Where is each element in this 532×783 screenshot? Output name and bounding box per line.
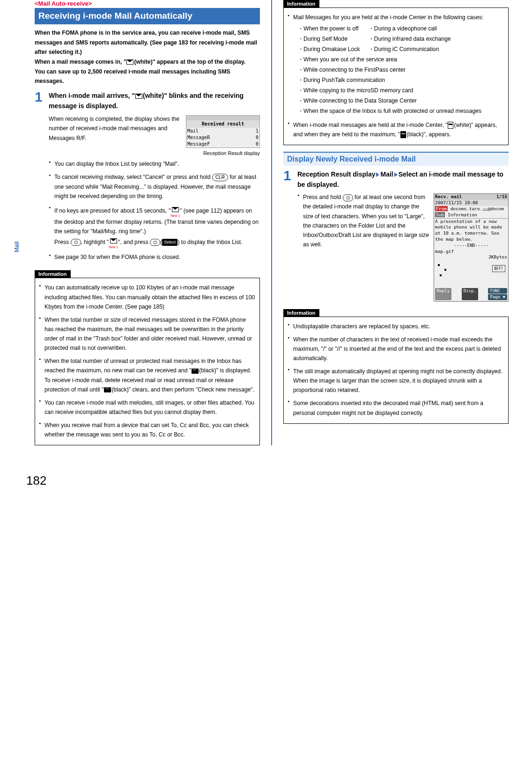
side-tab: Mail bbox=[14, 0, 23, 445]
nav-button-icon bbox=[71, 239, 81, 246]
select-chip: Select bbox=[162, 239, 177, 246]
left-column: <Mail Auto-receive> Receiving i-mode Mai… bbox=[35, 0, 260, 445]
information-label: Information bbox=[283, 0, 319, 7]
info-item: Some decorations inserted into the decor… bbox=[288, 399, 504, 417]
right-column: Information Mail Messages for you are he… bbox=[283, 0, 509, 445]
panel-caption: Reception Result display bbox=[49, 149, 260, 158]
side-tab-label: Mail bbox=[14, 241, 20, 252]
section-title: Receiving i-mode Mail Automatically bbox=[35, 8, 260, 24]
page-button: Page ▼ bbox=[488, 294, 507, 300]
info-item: When the total number or size of receive… bbox=[39, 315, 256, 353]
info-item: When the number of characters in the tex… bbox=[288, 335, 504, 363]
center-icon-white bbox=[448, 122, 453, 129]
panel-header: Received result bbox=[186, 120, 259, 128]
step-1: 1 When i-mode mail arrives, "(white)" bl… bbox=[35, 90, 260, 111]
step-body: Recv. mail1/15 2007/11/15 10:00 From doc… bbox=[297, 192, 509, 304]
info-item: When i-mode mail messages are held at th… bbox=[288, 120, 504, 139]
center-icon-black bbox=[400, 131, 406, 138]
arrow-icon bbox=[394, 172, 398, 177]
info-item: You can automatically receive up to 100 … bbox=[39, 283, 256, 311]
bullet: If no keys are pressed for about 15 seco… bbox=[49, 205, 260, 249]
info-item: You can receive i-mode mail with melodie… bbox=[39, 398, 256, 417]
information-box: Undisplayable characters are replaced by… bbox=[283, 317, 509, 424]
step-1-right: 1 Reception Result displayMailSelect an … bbox=[283, 169, 509, 190]
nav-button-icon bbox=[150, 239, 160, 246]
mail-new-icon: New 1 bbox=[170, 205, 180, 217]
nav-button-icon bbox=[343, 194, 353, 201]
mail-new-icon: New 1 bbox=[109, 236, 118, 249]
mail-icon bbox=[135, 94, 142, 99]
mail-icon-black bbox=[104, 387, 111, 392]
info-item: When the total number of unread or prote… bbox=[39, 356, 256, 394]
information-label: Information bbox=[283, 309, 319, 317]
information-box: You can automatically receive up to 100 … bbox=[35, 278, 260, 445]
intro: When the FOMA phone is in the service ar… bbox=[35, 28, 260, 86]
bullet: Press and hold for at least one second f… bbox=[297, 192, 509, 249]
bullet: See page 30 for when the FOMA phone is c… bbox=[49, 252, 260, 262]
step-body-1: When receiving is completed, the display… bbox=[49, 116, 179, 141]
step-body: Received result Mail1 MessageR0 MessageF… bbox=[49, 114, 260, 262]
bullet: You can display the Inbox List by select… bbox=[49, 159, 260, 169]
page-number: 182 bbox=[26, 473, 532, 488]
func-button: FUNC bbox=[488, 288, 507, 294]
reception-result-panel: Received result Mail1 MessageR0 MessageF… bbox=[186, 115, 260, 148]
info-item: When you receive mail from a device that… bbox=[39, 421, 256, 439]
reply-button: Reply bbox=[435, 288, 451, 300]
mail-icon bbox=[126, 59, 133, 65]
information-label: Information bbox=[35, 270, 71, 278]
bullet: To cancel receiving midway, select "Canc… bbox=[49, 172, 260, 200]
disp-button: Disp. bbox=[462, 288, 478, 300]
info-item: Undisplayable characters are replaced by… bbox=[288, 322, 504, 331]
subsection-title: Display Newly Received i-mode Mail bbox=[283, 152, 509, 166]
column-divider bbox=[271, 0, 272, 445]
info-item: The still image automatically displayed … bbox=[288, 367, 504, 395]
step-number: 1 bbox=[283, 169, 294, 190]
step-title: When i-mode mail arrives, "(white)" blin… bbox=[49, 91, 260, 111]
clr-key: CLR bbox=[212, 174, 228, 181]
section-tag: <Mail Auto-receive> bbox=[35, 0, 260, 7]
arrow-icon bbox=[376, 172, 379, 177]
information-box: Mail Messages for you are held at the i-… bbox=[283, 7, 509, 145]
step-number: 1 bbox=[35, 90, 45, 111]
step-title: Reception Result displayMailSelect an i-… bbox=[297, 170, 509, 190]
info-item: Mail Messages for you are held at the i-… bbox=[288, 13, 504, 117]
mail-icon-black bbox=[192, 369, 199, 374]
